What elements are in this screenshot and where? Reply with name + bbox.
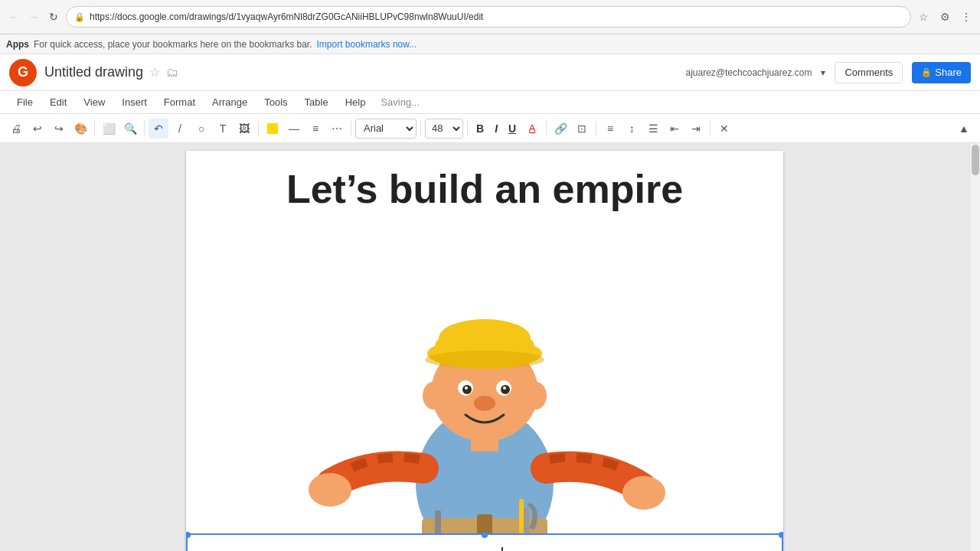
svg-point-10 xyxy=(465,386,468,390)
separator-1 xyxy=(94,121,95,136)
menu-insert[interactable]: Insert xyxy=(114,93,155,111)
menu-view[interactable]: View xyxy=(76,93,113,111)
svg-rect-22 xyxy=(519,499,524,537)
bold-button[interactable]: B xyxy=(472,119,488,139)
comments-button[interactable]: Comments xyxy=(835,62,903,83)
handle-tr[interactable] xyxy=(779,532,783,538)
separator-4 xyxy=(351,121,351,136)
browser-chrome: ← → ↻ 🔒 https://docs.google.com/drawings… xyxy=(0,0,980,34)
redo-button[interactable]: ↪ xyxy=(49,119,69,139)
collapse-toolbar-button[interactable]: ▲ xyxy=(954,119,974,139)
secure-icon: 🔒 xyxy=(74,12,85,22)
star-browser-icon[interactable]: ☆ xyxy=(916,9,931,24)
fill-color-button[interactable] xyxy=(263,119,283,139)
line-color-button[interactable]: — xyxy=(284,119,304,139)
back-button[interactable]: ← xyxy=(6,9,21,24)
line-tool[interactable]: / xyxy=(170,119,190,139)
text-cursor xyxy=(501,547,503,551)
zoom-out-button[interactable]: ⬜ xyxy=(99,119,119,139)
user-email[interactable]: ajuarez@techcoachjuarez.com xyxy=(686,67,812,78)
handle-tl[interactable] xyxy=(186,532,191,538)
menu-format[interactable]: Format xyxy=(156,93,203,111)
extensions-icon[interactable]: ⚙ xyxy=(937,9,952,24)
zoom-button[interactable]: 🔍 xyxy=(120,119,140,139)
font-size-select[interactable]: 48 xyxy=(425,119,463,139)
saving-status: Saving... xyxy=(381,96,420,108)
separator-3 xyxy=(258,121,259,136)
fill-color-swatch xyxy=(267,123,278,134)
font-family-select[interactable]: Arial xyxy=(355,119,416,139)
line-spacing-button[interactable]: ↕ xyxy=(622,119,642,139)
text-box-text: W xyxy=(466,543,501,551)
reload-button[interactable]: ↻ xyxy=(46,9,61,24)
favorite-icon[interactable]: ☆ xyxy=(149,65,160,80)
align-button[interactable]: ≡ xyxy=(600,119,620,139)
url-bar[interactable]: 🔒 https://docs.google.com/drawings/d/1vy… xyxy=(66,6,911,28)
menu-arrange[interactable]: Arrange xyxy=(204,93,255,111)
select-tool[interactable]: ↶ xyxy=(149,119,168,139)
text-color-button[interactable]: A xyxy=(522,119,542,139)
alt-text-button[interactable]: ⊡ xyxy=(572,119,592,139)
separator-5 xyxy=(420,121,421,136)
canvas-image xyxy=(186,227,783,551)
menu-file[interactable]: File xyxy=(9,93,41,111)
separator-2 xyxy=(144,121,145,136)
forward-button[interactable]: → xyxy=(26,9,41,24)
menu-edit[interactable]: Edit xyxy=(42,93,74,111)
svg-point-17 xyxy=(622,476,665,510)
text-box-content[interactable]: W xyxy=(466,543,502,551)
bookmark-hint-text: For quick access, place your bookmarks h… xyxy=(34,39,312,50)
svg-point-14 xyxy=(525,382,547,409)
italic-button[interactable]: I xyxy=(490,119,502,139)
line-dash-button[interactable]: ⋯ xyxy=(327,119,347,139)
link-button[interactable]: 🔗 xyxy=(550,119,570,139)
move-to-folder-icon[interactable]: 🗂 xyxy=(166,66,178,80)
svg-point-12 xyxy=(474,396,495,411)
handle-tc[interactable] xyxy=(482,532,488,538)
drawing-canvas[interactable]: Let’s build an empire xyxy=(186,151,783,551)
url-text: https://docs.google.com/drawings/d/1vyaq… xyxy=(90,11,483,22)
paint-format-button[interactable]: 🎨 xyxy=(70,119,90,139)
menu-help[interactable]: Help xyxy=(338,93,374,111)
line-weight-button[interactable]: ≡ xyxy=(305,119,325,139)
separator-9 xyxy=(710,121,710,136)
image-tool[interactable]: 🖼 xyxy=(234,119,254,139)
scroll-thumb[interactable] xyxy=(972,145,979,175)
clear-format-button[interactable]: ✕ xyxy=(714,119,734,139)
text-box-selected[interactable]: W xyxy=(186,533,783,551)
app-logo: G xyxy=(9,59,37,86)
document-title[interactable]: Untitled drawing xyxy=(44,64,143,80)
indent-increase-button[interactable]: ⇥ xyxy=(686,119,706,139)
separator-6 xyxy=(467,121,468,136)
menu-tools[interactable]: Tools xyxy=(256,93,295,111)
title-area: Untitled drawing ☆ 🗂 xyxy=(44,64,678,80)
svg-point-8 xyxy=(462,385,472,394)
svg-point-11 xyxy=(503,386,506,390)
share-button[interactable]: 🔒 Share xyxy=(912,62,971,83)
import-bookmarks-link[interactable]: Import bookmarks now... xyxy=(317,39,417,50)
app-header: G Untitled drawing ☆ 🗂 ajuarez@techcoach… xyxy=(0,54,980,91)
menu-browser-icon[interactable]: ⋮ xyxy=(959,9,974,24)
print-button[interactable]: 🖨 xyxy=(6,119,26,139)
canvas-area[interactable]: Let’s build an empire xyxy=(0,143,969,551)
lock-icon: 🔒 xyxy=(921,67,932,77)
svg-point-16 xyxy=(309,473,351,507)
bob-builder-svg xyxy=(293,246,676,551)
underline-button[interactable]: U xyxy=(504,119,521,139)
textbox-tool[interactable]: T xyxy=(213,119,233,139)
menu-table[interactable]: Table xyxy=(297,93,336,111)
apps-link[interactable]: Apps xyxy=(6,39,29,50)
logo-letter: G xyxy=(18,64,28,80)
list-button[interactable]: ☰ xyxy=(643,119,663,139)
bookmarks-bar: Apps For quick access, place your bookma… xyxy=(0,34,980,54)
browser-actions: ☆ ⚙ ⋮ xyxy=(916,9,974,24)
shape-tool[interactable]: ○ xyxy=(191,119,211,139)
canvas-title-text: Let’s build an empire xyxy=(286,167,683,211)
indent-decrease-button[interactable]: ⇤ xyxy=(665,119,684,139)
scrollbar-vertical[interactable] xyxy=(969,143,980,551)
dropdown-arrow-icon[interactable]: ▾ xyxy=(821,67,825,78)
header-right: ajuarez@techcoachjuarez.com ▾ Comments 🔒… xyxy=(686,62,972,83)
separator-7 xyxy=(546,121,547,136)
undo-button[interactable]: ↩ xyxy=(28,119,47,139)
menu-bar: File Edit View Insert Format Arrange Too… xyxy=(0,91,980,114)
